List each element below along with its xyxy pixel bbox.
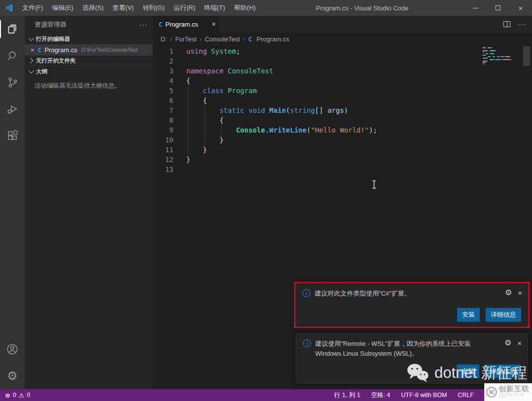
line-number: 13 — [153, 165, 173, 174]
cx-logo-icon — [486, 386, 498, 398]
install-button[interactable]: 安装 — [457, 365, 479, 378]
errors-icon: ⊗ — [5, 392, 10, 399]
tab-close-icon[interactable]: × — [212, 20, 216, 28]
details-button[interactable]: 详细信息 — [485, 365, 521, 378]
sidebar-more-actions-icon[interactable]: ··· — [139, 22, 148, 27]
code-line[interactable]: 6 { — [153, 96, 532, 105]
breadcrumb-drive[interactable]: D: — [161, 35, 167, 43]
menu-edit[interactable]: 编辑(E) — [48, 0, 78, 16]
menu-selection[interactable]: 选择(S) — [78, 0, 108, 16]
code-line[interactable]: 7 static void Main(string[] args) — [153, 105, 532, 115]
menu-help[interactable]: 帮助(H) — [230, 0, 260, 16]
code-line[interactable]: 13 — [153, 165, 532, 174]
code-text: { — [173, 115, 224, 125]
title-bar: 文件(F) 编辑(E) 选择(S) 查看(V) 转到(G) 运行(R) 终端(T… — [0, 0, 532, 16]
status-line-col[interactable]: 行 1, 列 1 — [334, 391, 361, 400]
activity-bar: ⚙ — [0, 16, 25, 389]
code-line[interactable]: 9 Console.WriteLine("Hello World!"); — [153, 125, 532, 135]
code-text: { — [173, 76, 190, 86]
chevron-down-icon — [29, 68, 34, 73]
section-no-folder[interactable]: 无打开的文件夹 — [25, 55, 153, 66]
details-button[interactable]: 详细信息 — [486, 308, 521, 322]
notification-gear-icon[interactable]: ⚙ — [505, 289, 512, 297]
breadcrumb: D: › ForTest › ConsoleTest › C Program.c… — [153, 33, 532, 45]
notification-csharp-extension: i 建议对此文件类型使用"C#"扩展。 ⚙ × 安装 详细信息 — [296, 283, 528, 327]
close-button[interactable]: × — [509, 0, 532, 16]
warnings-icon: ⚠ — [19, 392, 25, 399]
minimap[interactable] — [483, 47, 512, 67]
code-line[interactable]: 5 class Program — [153, 86, 532, 96]
corner-logo-text: 创新互联 — [499, 385, 532, 393]
code-line[interactable]: 3namespace ConsoleTest — [153, 66, 532, 76]
editor-more-actions-icon[interactable]: ··· — [517, 22, 526, 27]
status-indentation[interactable]: 空格: 4 — [371, 391, 390, 400]
breadcrumb-folder[interactable]: ForTest — [175, 35, 197, 43]
open-editor-path: D:\ForTest\ConsoleTest — [81, 47, 137, 53]
close-editor-icon[interactable]: × — [31, 46, 34, 54]
code-text: } — [173, 145, 207, 155]
menu-go[interactable]: 转到(G) — [138, 0, 169, 16]
code-editor[interactable]: 1using System;23namespace ConsoleTest4{5… — [153, 45, 532, 174]
outline-empty-message: 活动编辑器无法提供大纲信息。 — [25, 77, 153, 90]
extensions-icon[interactable] — [0, 122, 25, 149]
problems-indicator[interactable]: ⊗ 0 ⚠ 0 — [5, 392, 30, 399]
indent-guide — [204, 105, 205, 145]
line-number: 12 — [153, 155, 173, 165]
tab-label: Program.cs — [166, 21, 198, 28]
source-control-icon[interactable] — [0, 69, 25, 96]
chevron-right-icon — [28, 58, 33, 63]
code-line[interactable]: 10 } — [153, 135, 532, 145]
notification-close-icon[interactable]: × — [517, 339, 522, 347]
line-number: 9 — [153, 125, 173, 135]
minimize-icon — [473, 8, 478, 8]
notification-message: 建议对此文件类型使用"C#"扩展。 — [315, 289, 492, 299]
csharp-file-icon: C — [159, 21, 163, 28]
status-bar: ⊗ 0 ⚠ 0 行 1, 列 1 空格: 4 UTF-8 with BOM CR… — [0, 389, 532, 401]
code-line[interactable]: 12} — [153, 155, 532, 165]
status-eol[interactable]: CRLF — [458, 392, 474, 399]
code-text: { — [173, 96, 207, 105]
code-text — [173, 56, 186, 66]
tab-program-cs[interactable]: C Program.cs × — [153, 16, 220, 33]
section-open-editors[interactable]: 打开的编辑器 — [25, 33, 153, 44]
code-text: } — [173, 155, 190, 165]
menu-terminal[interactable]: 终端(T) — [200, 0, 230, 16]
account-icon[interactable] — [0, 336, 25, 363]
explorer-icon[interactable] — [0, 16, 25, 42]
notification-message: 建议使用"Remote - WSL"扩展，因为你的系统上已安装 Windows … — [315, 339, 493, 359]
split-editor-icon[interactable] — [503, 21, 510, 27]
status-encoding[interactable]: UTF-8 with BOM — [401, 392, 447, 399]
maximize-button[interactable] — [487, 0, 509, 16]
info-icon: i — [302, 289, 310, 297]
menu-run[interactable]: 运行(R) — [169, 0, 200, 16]
line-number: 2 — [153, 56, 173, 66]
sidebar-title: 资源管理器 — [34, 20, 66, 29]
indent-guide — [188, 86, 188, 155]
code-line[interactable]: 2 — [153, 56, 532, 66]
settings-gear-icon[interactable]: ⚙ — [0, 363, 25, 389]
chevron-down-icon — [29, 35, 34, 41]
code-text: static void Main(string[] args) — [173, 105, 348, 115]
breadcrumb-file[interactable]: Program.cs — [257, 35, 289, 43]
notification-close-icon[interactable]: × — [518, 289, 522, 297]
minimize-button[interactable] — [464, 0, 487, 16]
code-line[interactable]: 4{ — [153, 76, 532, 86]
editor-scrollbar[interactable] — [523, 46, 530, 66]
open-editor-item[interactable]: × C Program.cs D:\ForTest\ConsoleTest — [25, 44, 153, 55]
menu-view[interactable]: 查看(V) — [108, 0, 138, 16]
line-number: 6 — [153, 96, 173, 105]
text-cursor-pointer — [371, 180, 377, 191]
breadcrumb-folder[interactable]: ConsoleTest — [205, 35, 240, 43]
run-debug-icon[interactable] — [0, 96, 25, 122]
code-line[interactable]: 8 { — [153, 115, 532, 125]
notification-gear-icon[interactable]: ⚙ — [504, 339, 511, 347]
info-icon: i — [303, 339, 311, 347]
menu-file[interactable]: 文件(F) — [18, 0, 48, 16]
line-number: 4 — [153, 76, 173, 86]
section-outline[interactable]: 大纲 — [25, 66, 153, 77]
install-button[interactable]: 安装 — [457, 308, 480, 322]
errors-count: 0 — [13, 392, 16, 399]
code-line[interactable]: 1using System; — [153, 46, 532, 56]
search-icon[interactable] — [0, 42, 25, 69]
code-line[interactable]: 11 } — [153, 145, 532, 155]
